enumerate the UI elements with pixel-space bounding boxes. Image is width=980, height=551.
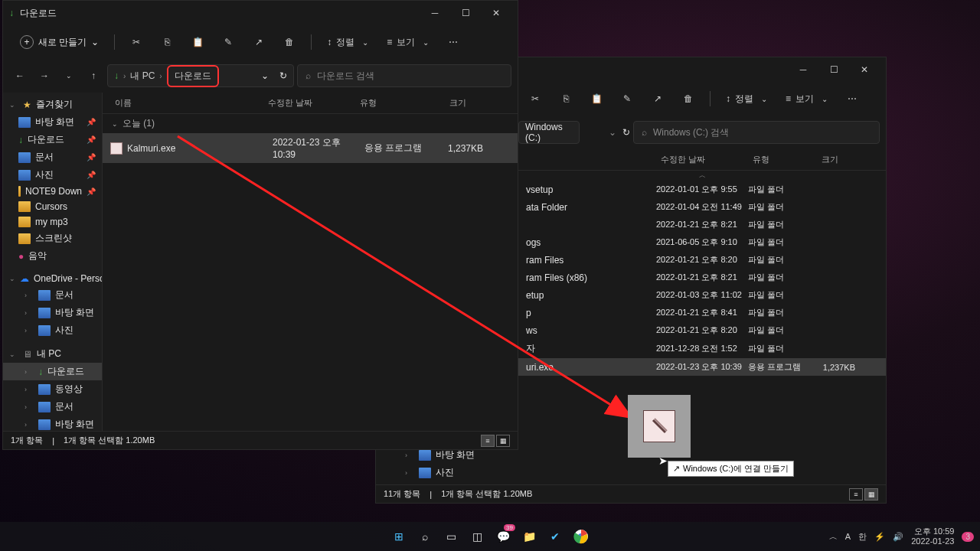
recent-button[interactable]: ⌄ xyxy=(58,65,80,86)
crumb-windows-c[interactable]: Windows (C:) xyxy=(525,122,573,143)
sidebar-item-od-docs[interactable]: ›문서 xyxy=(3,286,102,304)
file-row[interactable]: Kalmuri.exe 2022-01-23 오후 10:39 응용 프로그램 … xyxy=(103,133,518,163)
close-button[interactable]: ✕ xyxy=(481,2,511,24)
view-details-icon[interactable]: ≡ xyxy=(481,435,495,447)
sidebar-onedrive[interactable]: ⌄☁OneDrive - Perso xyxy=(3,271,102,286)
search-input[interactable]: ⌕ 다운로드 검색 xyxy=(297,64,511,87)
col-type[interactable]: 유형 xyxy=(354,97,426,109)
taskview-icon[interactable]: ▭ xyxy=(440,526,462,547)
tray-volume-icon[interactable]: 🔊 xyxy=(893,532,903,542)
close-button[interactable]: ✕ xyxy=(849,59,880,80)
sidebar-item-od-pics[interactable]: ›사진 xyxy=(3,321,102,339)
app-icon[interactable]: ✔ xyxy=(544,526,566,547)
rename-icon[interactable]: ✎ xyxy=(613,85,641,112)
sidebar-item-pc-videos[interactable]: ›동영상 xyxy=(3,380,102,398)
file-row[interactable]: vsetup2022-01-01 오후 9:55파일 폴더 xyxy=(518,181,886,198)
file-row[interactable]: ram Files2022-01-21 오후 8:20파일 폴더 xyxy=(518,251,886,269)
view-details-icon[interactable]: ≡ xyxy=(849,488,863,500)
col-date[interactable]: 수정한 날짜 xyxy=(262,97,354,109)
refresh-icon[interactable]: ↻ xyxy=(622,127,630,138)
copy-icon[interactable]: ⎘ xyxy=(153,28,181,56)
sidebar-item-desktop[interactable]: 바탕 화면📌 xyxy=(3,113,102,131)
sidebar-item-od-desktop[interactable]: ›바탕 화면 xyxy=(3,304,102,321)
chat-icon[interactable]: 💬39 xyxy=(492,526,514,547)
widgets-icon[interactable]: ◫ xyxy=(466,526,488,547)
sort-button[interactable]: ↕ 정렬⌄ xyxy=(718,85,775,112)
back-button[interactable]: ← xyxy=(9,65,31,86)
tray-clock[interactable]: 오후 10:59 2022-01-23 xyxy=(911,527,954,546)
file-row[interactable]: etup2022-01-03 오후 11:02파일 폴더 xyxy=(518,286,886,304)
paste-icon[interactable]: 📋 xyxy=(583,85,610,112)
file-row[interactable]: 자2021-12-28 오전 1:52파일 폴더 xyxy=(518,339,886,358)
tray-chevron-icon[interactable]: ︿ xyxy=(829,531,838,543)
tray-network-icon[interactable]: ⚡ xyxy=(874,532,885,542)
sidebar-item-documents[interactable]: 문서📌 xyxy=(3,148,102,166)
forward-button[interactable]: → xyxy=(34,65,55,86)
up-button[interactable]: ↑ xyxy=(83,65,104,86)
view-button[interactable]: ≡ 보기⌄ xyxy=(778,85,835,112)
col-size[interactable]: 크기 xyxy=(815,154,861,165)
tray-ime-icon[interactable]: 한 xyxy=(858,531,867,543)
rename-icon[interactable]: ✎ xyxy=(214,28,242,56)
crumb-downloads[interactable]: 다운로드 xyxy=(167,65,219,87)
file-row[interactable]: uri.exe2022-01-23 오후 10:39응용 프로그램1,237KB xyxy=(518,358,886,376)
view-large-icon[interactable]: ▦ xyxy=(864,488,878,500)
file-row[interactable]: ata Folder2022-01-04 오전 11:49파일 폴더 xyxy=(518,198,886,216)
breadcrumb[interactable]: Windows (C:) xyxy=(518,121,580,144)
sort-button[interactable]: ↕ 정렬⌄ xyxy=(319,28,376,56)
sidebar-item-pc-docs[interactable]: ›문서 xyxy=(3,398,102,416)
chevron-down-icon[interactable]: ⌄ xyxy=(261,70,269,81)
file-row[interactable]: ram Files (x86)2022-01-21 오후 8:21파일 폴더 xyxy=(518,269,886,286)
start-button[interactable]: ⊞ xyxy=(388,526,410,547)
search-input[interactable]: ⌕ Windows (C:) 검색 xyxy=(633,121,880,144)
sidebar-favorites[interactable]: ⌄★즐겨찾기 xyxy=(3,96,102,113)
delete-icon[interactable]: 🗑 xyxy=(675,85,702,112)
sidebar-item-note9[interactable]: NOTE9 Down📌 xyxy=(3,184,102,199)
sidebar-item-cursors[interactable]: Cursors xyxy=(3,199,102,214)
copy-icon[interactable]: ⎘ xyxy=(552,85,580,112)
file-row[interactable]: ogs2021-06-05 오후 9:10파일 폴더 xyxy=(518,233,886,251)
maximize-button[interactable]: ☐ xyxy=(450,2,481,24)
crumb-pc[interactable]: 내 PC xyxy=(130,70,155,83)
view-button[interactable]: ≡ 보기⌄ xyxy=(379,28,436,56)
sidebar-item-pc-desktop[interactable]: ›바탕 화면 xyxy=(3,416,102,431)
delete-icon[interactable]: 🗑 xyxy=(276,28,303,56)
file-row[interactable]: 2022-01-21 오후 8:21파일 폴더 xyxy=(518,216,886,233)
sidebar-item-screenshot[interactable]: 스크린샷 xyxy=(3,230,102,247)
maximize-button[interactable]: ☐ xyxy=(818,59,849,80)
sidebar-thispc[interactable]: ⌄🖥내 PC xyxy=(3,345,102,363)
sidebar-item-music[interactable]: ●음악 xyxy=(3,247,102,265)
refresh-icon[interactable]: ↻ xyxy=(279,70,287,81)
share-icon[interactable]: ↗ xyxy=(245,28,273,56)
file-row[interactable]: p2022-01-21 오후 8:41파일 폴더 xyxy=(518,304,886,321)
more-icon[interactable]: ⋯ xyxy=(838,85,866,112)
minimize-button[interactable]: ─ xyxy=(420,2,450,24)
breadcrumb[interactable]: ↓ › 내 PC › 다운로드 ⌄ ↻ xyxy=(107,64,294,87)
chevron-down-icon[interactable]: ⌄ xyxy=(609,127,616,138)
sidebar-item-pictures[interactable]: ›사진 xyxy=(384,464,878,481)
view-large-icon[interactable]: ▦ xyxy=(496,435,510,447)
sidebar-item-mymp3[interactable]: my mp3 xyxy=(3,214,102,230)
sidebar-item-pictures[interactable]: 사진📌 xyxy=(3,166,102,184)
col-date[interactable]: 수정한 날짜 xyxy=(655,154,746,165)
more-icon[interactable]: ⋯ xyxy=(439,28,467,56)
file-row[interactable]: ws2022-01-21 오후 8:20파일 폴더 xyxy=(518,321,886,339)
tray-language[interactable]: A xyxy=(845,532,851,541)
cut-icon[interactable]: ✂ xyxy=(521,85,549,112)
explorer-icon[interactable]: 📁 xyxy=(518,526,540,547)
chrome-icon[interactable] xyxy=(570,526,592,547)
cut-icon[interactable]: ✂ xyxy=(122,28,150,56)
col-name[interactable]: 이름 xyxy=(109,97,262,109)
pc-icon: 🖥 xyxy=(23,349,32,360)
group-today[interactable]: ⌄오늘 (1) xyxy=(103,114,518,133)
notification-badge[interactable]: 3 xyxy=(962,532,974,542)
sidebar-item-pc-downloads[interactable]: ›↓다운로드 xyxy=(3,363,102,380)
share-icon[interactable]: ↗ xyxy=(644,85,671,112)
minimize-button[interactable]: ─ xyxy=(788,59,818,80)
sidebar-item-downloads[interactable]: ↓다운로드📌 xyxy=(3,131,102,148)
new-button[interactable]: + 새로 만들기 ⌄ xyxy=(12,32,106,52)
search-icon[interactable]: ⌕ xyxy=(414,526,436,547)
col-type[interactable]: 유형 xyxy=(746,154,815,165)
col-size[interactable]: 크기 xyxy=(426,97,472,109)
paste-icon[interactable]: 📋 xyxy=(184,28,211,56)
